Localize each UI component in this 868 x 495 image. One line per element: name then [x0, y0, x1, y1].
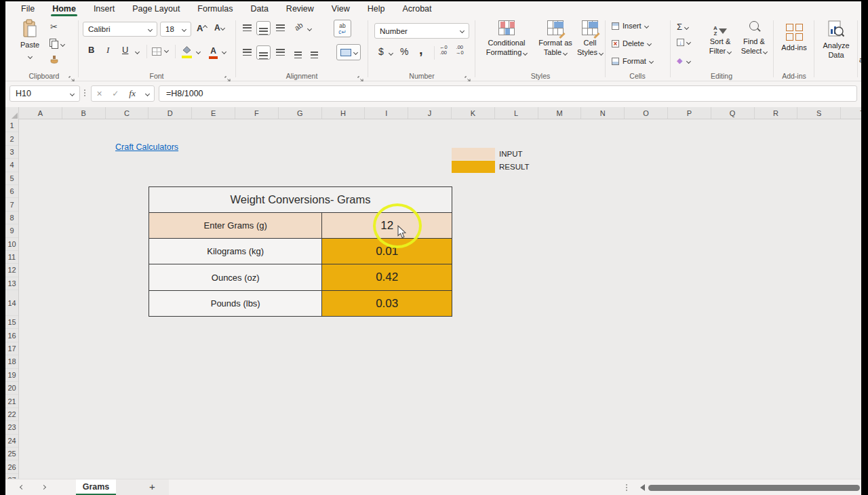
conditional-formatting-button[interactable]: ConditionalFormatting [481, 20, 532, 57]
accounting-format-button[interactable]: $ [378, 46, 384, 57]
row-header-2[interactable]: 2 [5, 132, 18, 145]
row-header-14[interactable]: 14 [5, 290, 18, 316]
insert-function-button[interactable]: fx [129, 88, 136, 99]
increase-indent-button[interactable] [311, 49, 318, 61]
cell-styles-button[interactable]: CellStyles [576, 20, 604, 57]
table-value-cell[interactable]: 0.42 [322, 264, 452, 290]
row-header-23[interactable]: 23 [5, 421, 18, 434]
format-cells-button[interactable]: Format [612, 57, 653, 65]
ribbon-tab-view[interactable]: View [323, 3, 359, 15]
row-header-26[interactable]: 26 [5, 460, 18, 473]
column-header-G[interactable]: G [279, 107, 322, 119]
paste-button[interactable]: Paste [15, 19, 45, 71]
table-value-cell[interactable]: 0.01 [322, 239, 452, 264]
font-size-select[interactable]: 18 [160, 22, 191, 37]
row-header-27[interactable]: 27 [5, 474, 18, 479]
row-header-21[interactable]: 21 [5, 395, 18, 408]
insert-cells-button[interactable]: Insert [612, 22, 648, 30]
ribbon-tab-formulas[interactable]: Formulas [189, 3, 241, 15]
fill-color-chevron[interactable] [196, 50, 201, 54]
accounting-chevron[interactable] [389, 51, 393, 56]
select-all-button[interactable] [5, 107, 19, 119]
font-name-select[interactable]: Calibri [83, 22, 157, 37]
row-header-13[interactable]: 13 [5, 277, 18, 290]
column-header-E[interactable]: E [192, 107, 235, 119]
merge-center-button[interactable] [336, 44, 361, 60]
row-header-12[interactable]: 12 [5, 264, 18, 277]
cancel-button[interactable]: × [96, 88, 102, 99]
row-header-15[interactable]: 15 [5, 316, 18, 329]
sort-filter-button[interactable]: AZ Sort &Filter [704, 20, 736, 56]
align-bottom-button[interactable] [276, 24, 285, 31]
formula-bar-grip[interactable] [84, 90, 85, 96]
column-header-N[interactable]: N [581, 107, 625, 119]
fill-color-button[interactable] [182, 44, 192, 58]
shrink-font-button[interactable]: A [214, 23, 224, 33]
table-value-cell[interactable]: 0.03 [322, 291, 452, 316]
align-middle-button[interactable] [256, 21, 271, 35]
ribbon-tab-page-layout[interactable]: Page Layout [123, 3, 189, 15]
column-header-A[interactable]: A [19, 107, 62, 119]
row-header-20[interactable]: 20 [5, 382, 18, 395]
font-color-chevron[interactable] [222, 50, 226, 54]
table-label-cell[interactable]: Pounds (lbs) [149, 291, 322, 316]
column-header-T[interactable]: T [841, 107, 861, 119]
analyze-data-button[interactable]: AnalyzeData [816, 20, 856, 60]
enter-button[interactable]: ✓ [112, 89, 119, 98]
row-header-5[interactable]: 5 [5, 172, 18, 185]
prev-sheet-button[interactable] [20, 485, 24, 490]
underline-button[interactable]: U [122, 45, 128, 55]
row-header-25[interactable]: 25 [5, 448, 18, 460]
row-header-11[interactable]: 11 [5, 251, 18, 264]
row-header-3[interactable]: 3 [5, 146, 18, 159]
ribbon-tab-review[interactable]: Review [277, 3, 323, 15]
table-label-cell[interactable]: Ounces (oz) [149, 264, 322, 290]
row-header-18[interactable]: 18 [5, 355, 18, 368]
scroll-left-arrow[interactable] [640, 484, 645, 491]
table-title[interactable]: Weight Conversions- Grams [149, 187, 452, 212]
row-header-8[interactable]: 8 [5, 212, 18, 224]
sheet-tab-grams[interactable]: Grams [76, 479, 116, 495]
craft-calculators-link[interactable]: Craft Calculators [115, 142, 178, 152]
bold-button[interactable]: B [88, 45, 94, 55]
comma-style-button[interactable]: , [419, 42, 423, 58]
row-header-1[interactable]: 1 [5, 119, 18, 132]
column-header-J[interactable]: J [408, 107, 452, 119]
percent-style-button[interactable]: % [400, 46, 408, 57]
clear-button[interactable]: ◆ [677, 56, 690, 65]
table-value-cell[interactable]: 12 [322, 213, 452, 238]
ribbon-tab-help[interactable]: Help [359, 3, 394, 15]
ribbon-tab-acrobat[interactable]: Acrobat [393, 3, 440, 15]
row-header-4[interactable]: 4 [5, 159, 18, 172]
row-header-22[interactable]: 22 [5, 408, 18, 421]
column-header-F[interactable]: F [235, 107, 279, 119]
column-header-R[interactable]: R [755, 107, 798, 119]
column-header-P[interactable]: P [668, 107, 711, 119]
align-center-button[interactable] [256, 45, 271, 60]
wrap-text-button[interactable]: ab c↵ [334, 20, 351, 37]
horizontal-scrollbar[interactable] [648, 485, 860, 491]
number-format-select[interactable]: Number [374, 23, 469, 39]
font-dialog-launcher[interactable] [224, 73, 231, 79]
orientation-chevron[interactable] [307, 26, 312, 31]
column-header-L[interactable]: L [495, 107, 538, 119]
borders-button[interactable] [152, 46, 168, 58]
row-header-16[interactable]: 16 [5, 329, 18, 342]
addins-button[interactable]: Add-ins [776, 22, 812, 52]
italic-button[interactable]: I [106, 45, 109, 56]
column-header-I[interactable]: I [365, 107, 408, 119]
ribbon-tab-data[interactable]: Data [241, 3, 277, 15]
formula-input[interactable]: =H8/1000 [159, 85, 857, 102]
column-header-M[interactable]: M [538, 107, 582, 119]
underline-chevron[interactable] [135, 50, 140, 54]
cut-button[interactable]: ✂ [50, 22, 58, 32]
add-sheet-button[interactable]: + [149, 481, 155, 492]
fill-button[interactable]: ↓ [677, 39, 690, 46]
column-header-C[interactable]: C [106, 107, 149, 119]
font-color-button[interactable]: A [209, 44, 218, 59]
orientation-button[interactable]: ab [293, 21, 304, 33]
row-header-6[interactable]: 6 [5, 185, 18, 198]
row-header-24[interactable]: 24 [5, 435, 18, 448]
ribbon-tab-home[interactable]: Home [43, 3, 85, 15]
decrease-indent-button[interactable] [294, 49, 302, 61]
